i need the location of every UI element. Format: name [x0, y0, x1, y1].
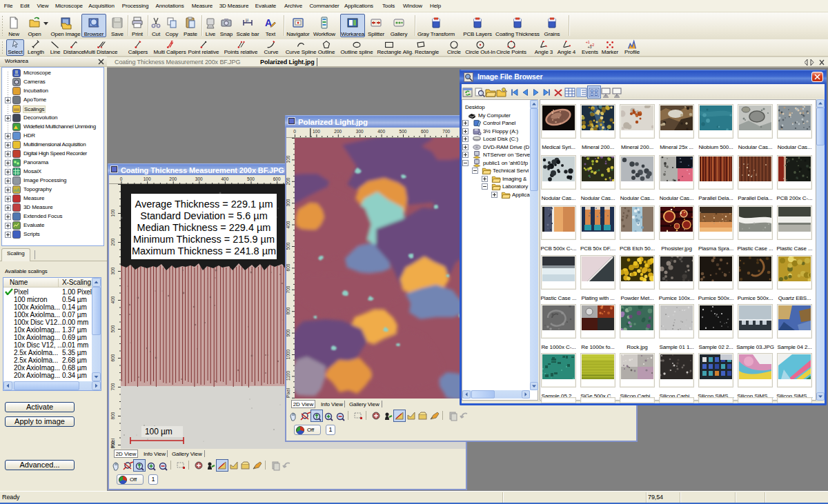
svg-text:700: 700 [442, 129, 450, 134]
svg-text:Pixel: Pixel [286, 387, 290, 398]
svg-text:400: 400 [286, 221, 290, 228]
svg-text:500: 500 [110, 325, 115, 332]
svg-text:900: 900 [286, 329, 290, 336]
svg-text:0: 0 [120, 177, 123, 181]
svg-text:1100: 1100 [286, 371, 290, 381]
svg-text:1000: 1000 [286, 349, 290, 359]
svg-text:100: 100 [313, 129, 320, 134]
svg-text:400: 400 [110, 296, 115, 303]
svg-text:600: 600 [110, 354, 115, 361]
svg-text:0: 0 [293, 129, 296, 134]
svg-text:300: 300 [110, 267, 115, 274]
svg-text:200: 200 [110, 238, 115, 245]
svg-text:200: 200 [334, 129, 342, 134]
svg-text:400: 400 [377, 129, 385, 134]
svg-text:300: 300 [356, 129, 364, 134]
svg-text:600: 600 [286, 263, 290, 271]
svg-text:800: 800 [110, 412, 115, 419]
svg-text:300: 300 [195, 177, 203, 181]
svg-text:100: 100 [110, 209, 115, 216]
svg-text:100: 100 [286, 155, 290, 163]
svg-text:200: 200 [286, 177, 290, 185]
svg-text:700: 700 [110, 383, 115, 390]
svg-text:600: 600 [421, 129, 428, 134]
svg-text:500: 500 [286, 242, 290, 250]
svg-text:400: 400 [221, 177, 228, 181]
svg-text:800: 800 [286, 307, 290, 314]
svg-text:700: 700 [286, 285, 290, 293]
svg-text:500: 500 [247, 177, 255, 181]
svg-text:µ: µ [246, 17, 248, 23]
svg-text:300: 300 [286, 199, 290, 206]
svg-text:100: 100 [144, 177, 151, 181]
svg-text:Pixel: Pixel [110, 438, 115, 448]
svg-text:200: 200 [169, 177, 177, 181]
svg-text:500: 500 [400, 129, 407, 134]
svg-text:600: 600 [273, 177, 281, 181]
svg-text:+1: +1 [586, 40, 590, 44]
